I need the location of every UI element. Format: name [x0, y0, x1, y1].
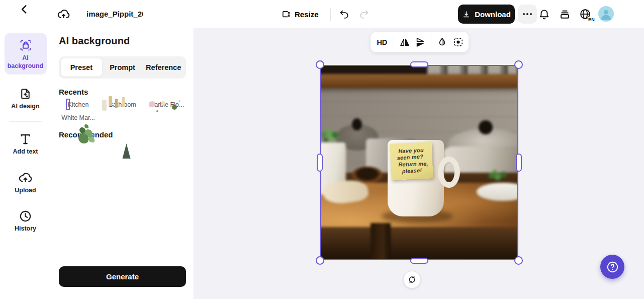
question-mark-icon — [606, 260, 619, 274]
download-button[interactable]: Download — [458, 5, 515, 24]
language-code: EN — [588, 17, 595, 22]
selected-image-frame: Have you seen me? Return me, please! — [320, 65, 518, 260]
preset-thumb-bathroom[interactable]: Bathroom — [103, 101, 142, 108]
globe-icon: EN — [579, 8, 592, 21]
undo-icon — [338, 9, 350, 20]
recommended-heading: Recommended — [59, 130, 186, 139]
sidebar-item-label: Add text — [13, 148, 38, 156]
droplet-icon — [436, 36, 448, 48]
back-button[interactable] — [15, 0, 33, 18]
document-title[interactable]: image_Pippit_20 — [86, 6, 143, 23]
stack-icon — [559, 8, 571, 21]
resize-label: Resize — [295, 10, 319, 19]
resize-handle-bottom-right[interactable] — [514, 256, 523, 265]
sidebar-item-label: History — [15, 225, 36, 233]
chevron-left-icon — [19, 4, 30, 15]
history-clock-icon — [18, 209, 33, 223]
preset-thumb-kitchen[interactable]: Kitchen — [59, 101, 98, 108]
upload-cloud-icon — [18, 171, 33, 185]
redo-icon — [358, 9, 370, 20]
resize-button[interactable]: Resize — [277, 5, 323, 24]
resize-handle-bottom-left[interactable] — [316, 256, 324, 265]
hd-enhance-button[interactable]: HD — [374, 35, 391, 50]
text-icon — [18, 132, 33, 146]
resize-icon — [281, 9, 291, 20]
ai-design-icon — [18, 87, 33, 101]
thumb-label: Kitchen — [68, 101, 89, 108]
focus-crop-button[interactable] — [450, 35, 466, 50]
rotate-sync-icon — [407, 274, 417, 285]
resize-handle-top-right[interactable] — [514, 60, 523, 69]
preset-thumb-white-marble[interactable]: White Mar... — [59, 114, 98, 121]
cloud-upload-icon — [57, 8, 70, 21]
tab-group: Preset Prompt Reference — [59, 56, 186, 79]
workspace-stack-button[interactable] — [556, 5, 574, 23]
sidebar-item-label: Upload — [15, 187, 36, 195]
sticky-note: Have you seen me? Return me, please! — [390, 142, 433, 180]
flip-vertical-icon — [414, 36, 426, 48]
sidebar-item-label: AI design — [11, 103, 39, 111]
sidebar-item-ai-design[interactable]: AI design — [5, 83, 47, 115]
resize-handle-left[interactable] — [317, 154, 323, 172]
sidebar-item-history[interactable]: History — [5, 205, 47, 237]
recents-heading: Recents — [59, 88, 186, 96]
download-icon — [462, 10, 471, 19]
bell-icon — [538, 8, 550, 21]
canvas-image[interactable]: Have you seen me? Return me, please! — [320, 65, 518, 260]
flip-horizontal-button[interactable] — [397, 35, 412, 50]
generate-button[interactable]: Generate — [59, 266, 186, 287]
color-droplet-button[interactable] — [434, 35, 449, 50]
image-context-toolbar: HD — [371, 32, 469, 52]
panel-title: AI background — [59, 35, 186, 47]
sidebar-item-add-text[interactable]: Add text — [5, 128, 47, 160]
thumb-label: White Mar... — [61, 114, 95, 121]
topbar-divider — [330, 8, 331, 21]
more-options-button[interactable] — [518, 5, 537, 24]
tab-reference[interactable]: Reference — [143, 58, 184, 77]
tab-prompt[interactable]: Prompt — [102, 58, 143, 77]
preset-thumb-marble-floral[interactable]: Marble Flo... — [147, 101, 186, 108]
toolbar-divider — [431, 37, 431, 47]
undo-button[interactable] — [335, 5, 353, 23]
focus-frame-icon — [452, 36, 464, 48]
ai-background-icon — [18, 38, 33, 53]
sidebar-item-upload[interactable]: Upload — [5, 167, 47, 199]
sidebar: AI background AI design Add text Upload — [0, 28, 51, 299]
cloud-save-button[interactable] — [54, 5, 72, 23]
user-avatar[interactable] — [598, 6, 614, 22]
topbar: image_Pippit_20 Resize Download — [0, 0, 644, 28]
redo-button[interactable] — [355, 5, 373, 23]
flip-horizontal-icon — [399, 36, 411, 48]
help-button[interactable] — [600, 255, 624, 279]
editor-canvas[interactable]: HD — [194, 28, 644, 299]
topbar-divider — [51, 8, 51, 21]
user-icon — [598, 6, 614, 22]
sticky-note-text: please! — [402, 167, 422, 175]
ellipsis-icon — [523, 13, 525, 15]
flip-vertical-button[interactable] — [413, 35, 428, 50]
sidebar-item-ai-background[interactable]: AI background — [5, 33, 47, 74]
resize-handle-top-left[interactable] — [316, 60, 324, 69]
notifications-button[interactable] — [535, 5, 553, 23]
sidebar-divider — [9, 121, 42, 122]
sidebar-item-label: AI background — [6, 54, 46, 70]
ai-background-panel: AI background Preset Prompt Reference Re… — [51, 28, 194, 299]
resize-handle-right[interactable] — [516, 154, 522, 172]
language-button[interactable]: EN — [576, 5, 594, 23]
toolbar-divider — [394, 37, 394, 47]
download-label: Download — [475, 10, 511, 19]
thumb-label: Bathroom — [109, 101, 136, 108]
mug-handle — [438, 157, 459, 188]
rotate-handle[interactable] — [403, 271, 421, 288]
resize-handle-bottom[interactable] — [410, 258, 428, 264]
app-root: image_Pippit_20 Resize Download — [0, 0, 644, 299]
recents-grid: Kitchen Bathroom Marble Flo... White Mar… — [59, 101, 186, 121]
resize-handle-top[interactable] — [410, 61, 428, 67]
tab-preset[interactable]: Preset — [61, 58, 102, 77]
